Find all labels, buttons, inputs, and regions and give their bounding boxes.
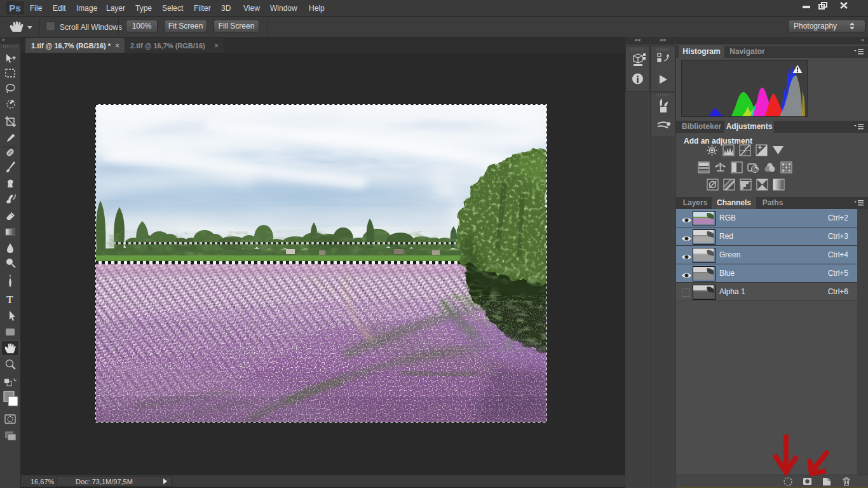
svg-text:T: T bbox=[6, 294, 13, 305]
